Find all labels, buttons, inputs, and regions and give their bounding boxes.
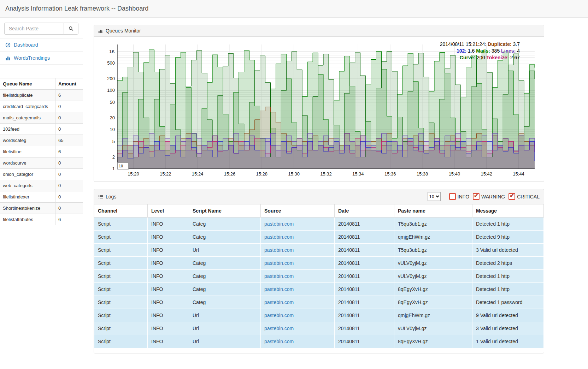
- checkbox-icon[interactable]: [508, 193, 515, 200]
- queue-table-header: Queue Name Amount: [0, 78, 83, 90]
- svg-text:15:40: 15:40: [449, 171, 460, 177]
- queue-name: 102feed: [0, 124, 55, 135]
- log-cell: pastebin.com: [261, 218, 335, 231]
- log-cell: Detected 1 http: [472, 283, 544, 296]
- source-link[interactable]: pastebin.com: [264, 286, 294, 292]
- logs-panel-body: ChannelLevelScript NameSourceDatePaste n…: [94, 204, 544, 353]
- source-link[interactable]: pastebin.com: [264, 273, 294, 279]
- svg-text:1K: 1K: [109, 49, 115, 54]
- log-row: ScriptINFOCategpastebin.com20140811vULV0…: [94, 257, 544, 270]
- log-cell: Url: [189, 309, 261, 322]
- checkbox-icon[interactable]: [449, 193, 456, 200]
- queue-table-body: filelistduplicate6creditcard_categcards0…: [0, 90, 83, 225]
- roll-period-input[interactable]: [117, 162, 129, 169]
- search-input[interactable]: [4, 23, 64, 35]
- svg-text:200: 200: [107, 76, 115, 81]
- queue-amount: 0: [55, 101, 83, 112]
- svg-text:15:44: 15:44: [513, 171, 524, 177]
- search-icon: [69, 26, 74, 31]
- log-cell: Script: [94, 296, 148, 309]
- svg-text:15:24: 15:24: [192, 171, 204, 177]
- log-cell: INFO: [148, 270, 189, 283]
- queue-row: filelistindexer0: [0, 191, 83, 203]
- log-cell: Script: [94, 270, 148, 283]
- log-cell: Script: [94, 218, 148, 231]
- chart-icon: [98, 28, 103, 33]
- log-cell: 20140811: [335, 218, 394, 231]
- log-cell: Detected 9 http: [472, 231, 544, 244]
- log-cell: vULV0yjM.gz: [394, 257, 472, 270]
- source-link[interactable]: pastebin.com: [264, 247, 294, 253]
- queue-amount: 0: [55, 112, 83, 124]
- log-cell: 20140811: [335, 322, 394, 335]
- source-link[interactable]: pastebin.com: [264, 260, 294, 266]
- log-cell: pastebin.com: [261, 283, 335, 296]
- log-cell: 8qEgyXvH.gz: [394, 283, 472, 296]
- queue-row: filelistattributes6: [0, 214, 83, 225]
- column-header: Channel: [94, 204, 148, 218]
- sidebar-item-dashboard[interactable]: Dashboard: [0, 38, 83, 52]
- log-row: ScriptINFOCategpastebin.com20140811T5qu3…: [94, 218, 544, 231]
- queue-name: mails_categemails: [0, 112, 55, 124]
- source-link[interactable]: pastebin.com: [264, 326, 294, 331]
- log-cell: Script: [94, 231, 148, 244]
- queues-panel-body: 15:2015:2215:2415:2615:2815:3015:3215:34…: [94, 37, 544, 181]
- log-row: ScriptINFOCategpastebin.com20140811qmjgE…: [94, 231, 544, 244]
- queue-name: web_categurls: [0, 180, 55, 191]
- log-cell: pastebin.com: [261, 270, 335, 283]
- filter-warning[interactable]: WARNING: [473, 193, 505, 200]
- queue-row: mails_categemails0: [0, 112, 83, 124]
- source-link[interactable]: pastebin.com: [264, 299, 294, 305]
- log-cell: pastebin.com: [261, 257, 335, 270]
- logs-table: ChannelLevelScript NameSourceDatePaste n…: [94, 204, 544, 348]
- log-cell: Script: [94, 309, 148, 322]
- log-cell: Categ: [189, 231, 261, 244]
- queue-amount: 0: [55, 203, 83, 214]
- chart-legend: 2014/08/11 15:21:24: Duplicate: 3.7 102:…: [440, 41, 520, 61]
- nav-label: WordsTrendings: [14, 55, 50, 61]
- svg-text:15:36: 15:36: [384, 171, 396, 177]
- log-cell: INFO: [148, 231, 189, 244]
- filter-info[interactable]: INFO: [449, 193, 469, 200]
- sidebar-nav: Dashboard WordsTrendings: [0, 38, 83, 65]
- search-button[interactable]: [64, 23, 78, 35]
- log-cell: Categ: [189, 218, 261, 231]
- queue-name: onion_categtor: [0, 169, 55, 180]
- search-group: [4, 23, 78, 35]
- log-cell: Script: [94, 244, 148, 257]
- log-cell: 20140811: [335, 270, 394, 283]
- log-cell: pastebin.com: [261, 309, 335, 322]
- svg-text:500: 500: [107, 60, 115, 66]
- sidebar-item-wordstrendings[interactable]: WordsTrendings: [0, 52, 83, 65]
- checkbox-icon[interactable]: [473, 193, 480, 200]
- panel-title: Logs: [106, 194, 116, 200]
- svg-text:15:20: 15:20: [128, 171, 139, 177]
- log-cell: Detected 1 http: [472, 218, 544, 231]
- log-cell: 9 Valid url detected: [472, 309, 544, 322]
- log-cell: 3 Valid url detected: [472, 244, 544, 257]
- queues-monitor-panel: Queues Monitor 15:2015:2215:2415:2615:28…: [94, 25, 544, 182]
- source-link[interactable]: pastebin.com: [264, 221, 294, 227]
- log-row: ScriptINFOUrlpastebin.com20140811qmjgEhW…: [94, 309, 544, 322]
- log-cell: Detected 1 http: [472, 270, 544, 283]
- queue-name: filelistline: [0, 146, 55, 157]
- log-cell: Categ: [189, 270, 261, 283]
- queue-amount: 6: [55, 90, 83, 101]
- log-cell: Url: [189, 322, 261, 335]
- log-cell: Script: [94, 335, 148, 348]
- filter-label: INFO: [458, 194, 469, 200]
- column-header: Message: [472, 204, 544, 218]
- source-link[interactable]: pastebin.com: [264, 234, 294, 240]
- queue-name: Shortlinestokenize: [0, 203, 55, 214]
- app-title: Analysis Information Leak framework -- D…: [5, 5, 148, 12]
- nav-label: Dashboard: [14, 42, 38, 48]
- queue-row: creditcard_categcards0: [0, 101, 83, 112]
- queues-chart-svg: 15:2015:2215:2415:2615:2815:3015:3215:34…: [98, 41, 537, 179]
- page-size-select[interactable]: 10: [428, 192, 441, 201]
- log-cell: Categ: [189, 257, 261, 270]
- source-link[interactable]: pastebin.com: [264, 339, 294, 344]
- queue-row: onion_categtor0: [0, 169, 83, 180]
- log-cell: 20140811: [335, 257, 394, 270]
- source-link[interactable]: pastebin.com: [264, 313, 294, 318]
- filter-critical[interactable]: CRITICAL: [508, 193, 540, 200]
